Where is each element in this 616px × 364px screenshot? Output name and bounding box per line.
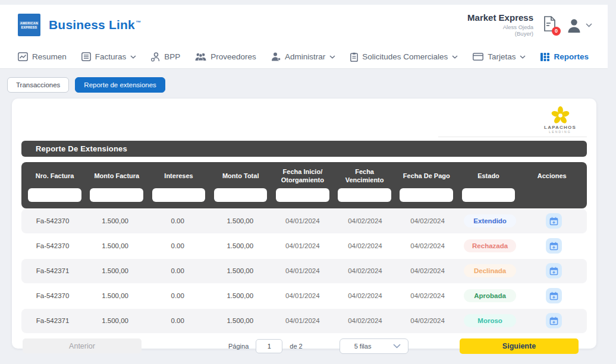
table-body: Fa-542370 1.500,00 0.00 1.500,00 04/01/2… (21, 209, 587, 333)
nav-label: Tarjetas (488, 52, 516, 61)
calendar-plus-icon (549, 217, 558, 226)
cell-estado: Declinada (459, 264, 521, 277)
chevron-down-icon (393, 344, 401, 349)
table-header: Nro. Factura Monto Factura Intereses Mon… (21, 162, 587, 208)
brand-text: Business Link (49, 18, 135, 31)
cell-acciones (521, 238, 587, 254)
nav-item-tarjetas[interactable]: Tarjetas (473, 52, 526, 61)
amex-logo-line1: AMERICAN (20, 21, 39, 25)
cell-estado: Extendido (459, 214, 521, 227)
view-tabs: Transacciones Reporte de extensiones (0, 69, 608, 93)
amex-logo: AMERICAN EXPRESS (18, 14, 40, 36)
cell-nro-factura: Fa-542371 (21, 317, 84, 324)
lapachos-subtitle: LENDING (549, 130, 571, 134)
cell-estado: Aprobada (459, 289, 521, 302)
cell-fecha-vencimiento: 04/02/2024 (334, 217, 396, 224)
filter-input-monto-factura[interactable] (90, 188, 143, 202)
cell-acciones (521, 213, 587, 229)
col-fecha-pago: Fecha De Pago (395, 171, 457, 184)
cell-fecha-inicio: 04/01/2024 (271, 292, 334, 299)
filter-input-fecha-inicio[interactable] (276, 188, 329, 202)
filter-input-fecha-vencimiento[interactable] (338, 188, 391, 202)
cell-acciones (521, 263, 587, 278)
cell-fecha-pago: 04/02/2024 (396, 317, 458, 324)
nav-item-reportes[interactable]: Reportes (540, 52, 589, 61)
cell-intereses: 0.00 (146, 317, 209, 324)
col-fecha-inicio: Fecha Inicio/ Otorgamiento (272, 167, 334, 188)
main-nav: Resumen Facturas BPP (0, 45, 608, 69)
cell-monto-total: 1.500,00 (209, 317, 271, 324)
lapachos-logo-inner: LAPACHOS LENDING (544, 106, 576, 134)
chevron-down-icon (452, 55, 458, 59)
calendar-plus-icon (549, 242, 558, 251)
cell-monto-total: 1.500,00 (209, 217, 271, 224)
filter-input-intereses[interactable] (152, 188, 206, 202)
col-intereses: Intereses (147, 171, 209, 184)
table-row: Fa-542371 1.500,00 0.00 1.500,00 04/01/2… (21, 309, 587, 333)
cell-monto-factura: 1.500,00 (84, 217, 146, 224)
filter-row (24, 188, 584, 202)
trademark: ™ (136, 20, 141, 26)
rows-per-page-select[interactable]: 5 filas (340, 338, 408, 354)
report-card: LAPACHOS LENDING Reporte De Extensiones … (12, 99, 596, 349)
chevron-down-icon (329, 55, 335, 59)
person-icon (271, 52, 281, 61)
calendar-plus-button[interactable] (546, 288, 562, 303)
filter-input-nro-factura[interactable] (28, 188, 81, 202)
documents-button[interactable]: 0 (543, 16, 557, 34)
tab-reporte-de-extensiones[interactable]: Reporte de extensiones (75, 77, 165, 93)
nav-label: Solicitudes Comerciales (362, 52, 448, 61)
nav-item-administrar[interactable]: Administrar (271, 52, 335, 61)
nav-label: Reportes (554, 52, 589, 61)
card-top: LAPACHOS LENDING (21, 105, 587, 137)
cell-fecha-inicio: 04/01/2024 (271, 267, 334, 274)
col-estado: Estado (457, 171, 519, 184)
cell-fecha-vencimiento: 04/02/2024 (334, 267, 396, 274)
page-number-input[interactable] (256, 339, 282, 353)
cell-monto-total: 1.500,00 (209, 242, 271, 249)
previous-page-button[interactable]: Anterior (23, 338, 142, 353)
status-badge: Extendido (464, 214, 516, 227)
nav-item-bpp[interactable]: BPP (151, 52, 180, 62)
card-icon (473, 53, 483, 61)
rows-per-page-value: 5 filas (354, 343, 372, 350)
filter-input-fecha-pago[interactable] (400, 188, 453, 202)
grid-icon (540, 53, 549, 61)
report-title: Reporte De Extensiones (36, 144, 127, 153)
top-header: AMERICAN EXPRESS Business Link™ Market E… (0, 5, 608, 45)
col-monto-factura: Monto Factura (86, 171, 147, 184)
cell-monto-factura: 1.500,00 (84, 317, 146, 324)
calendar-plus-button[interactable] (546, 263, 562, 278)
cell-fecha-pago: 04/02/2024 (396, 292, 458, 299)
page-indicator: Página de 2 (228, 339, 303, 353)
filter-input-monto-total[interactable] (214, 188, 268, 202)
status-badge: Declinada (464, 264, 516, 277)
table-row: Fa-542370 1.500,00 0.00 1.500,00 04/01/2… (21, 209, 587, 233)
col-acciones: Acciones (520, 171, 584, 184)
table-row: Fa-542371 1.500,00 0.00 1.500,00 04/01/2… (21, 259, 587, 283)
cell-intereses: 0.00 (146, 267, 209, 274)
cell-fecha-pago: 04/02/2024 (396, 217, 458, 224)
cell-monto-total: 1.500,00 (209, 292, 271, 299)
calendar-plus-icon (549, 316, 558, 325)
nav-item-resumen[interactable]: Resumen (18, 52, 67, 61)
filter-input-estado[interactable] (462, 188, 516, 202)
calendar-plus-button[interactable] (546, 213, 562, 229)
next-page-button[interactable]: Siguiente (460, 338, 579, 354)
nav-item-facturas[interactable]: Facturas (81, 52, 137, 61)
nav-label: Administrar (285, 52, 325, 61)
chart-icon (18, 52, 28, 61)
calendar-plus-button[interactable] (546, 313, 562, 328)
calendar-plus-button[interactable] (546, 238, 562, 254)
nav-item-solicitudes-comerciales[interactable]: Solicitudes Comerciales (350, 52, 458, 62)
tab-transacciones[interactable]: Transacciones (7, 77, 69, 93)
user-menu[interactable] (566, 17, 592, 33)
lapachos-title: LAPACHOS (544, 125, 576, 130)
col-nro-factura: Nro. Factura (24, 171, 86, 184)
calendar-plus-icon (549, 267, 558, 276)
cell-acciones (521, 288, 587, 303)
cell-intereses: 0.00 (146, 217, 209, 224)
nav-item-proveedores[interactable]: Proveedores (195, 52, 256, 61)
col-monto-total: Monto Total (210, 171, 272, 184)
nav-label: BPP (164, 52, 180, 61)
